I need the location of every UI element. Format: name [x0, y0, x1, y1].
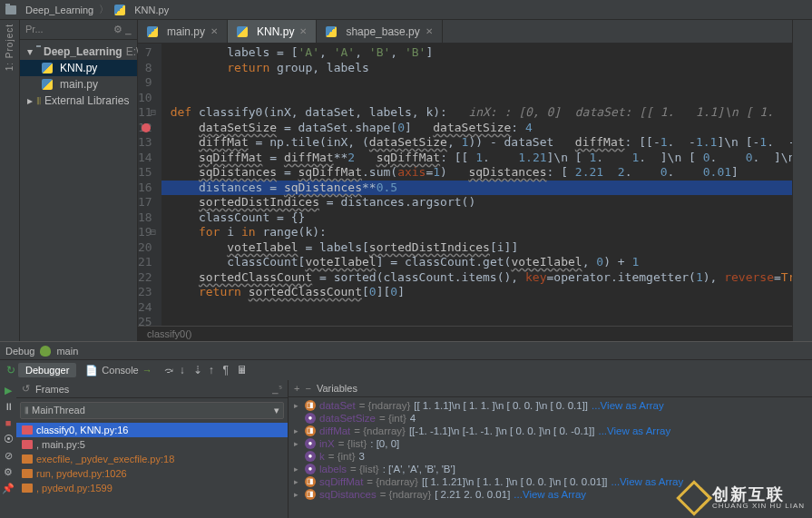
var-type-icon: ◨	[305, 489, 316, 500]
code-line[interactable]: voteIlabel = labels[sortedDistIndices[i]…	[161, 240, 792, 256]
python-file-icon	[114, 5, 125, 15]
code-line[interactable]: classCount[voteIlabel] = classCount.get(…	[161, 255, 792, 270]
code-line[interactable]: def classify0(inX, dataSet, labels, k): …	[161, 105, 792, 121]
sidebar-header[interactable]: Pr... ⚙ ⎯	[20, 20, 137, 40]
expand-icon[interactable]: ▸	[294, 426, 301, 435]
code-line[interactable]	[161, 300, 792, 316]
expand-icon[interactable]: ▸	[294, 439, 301, 448]
frame-icon	[22, 484, 33, 493]
variable-row[interactable]: ▸◨ dataSet = {ndarray} [[ 1. 1.1]\n [ 1.…	[289, 399, 812, 412]
variable-row[interactable]: ● dataSetSize = {int} 4	[289, 412, 812, 425]
stack-frame[interactable]: classify0, KNN.py:16	[16, 423, 288, 437]
project-tool-label[interactable]: 1: Project	[5, 24, 15, 71]
step-over-icon[interactable]: ⤼	[161, 364, 174, 376]
close-icon[interactable]: ✕	[210, 26, 218, 36]
step-out-icon[interactable]: ↑	[205, 364, 218, 376]
restore-icon[interactable]: ↺	[22, 383, 30, 395]
console-tab[interactable]: 📄Console→	[78, 363, 159, 378]
expand-icon[interactable]: ▸	[294, 464, 301, 474]
var-type-icon: ●	[305, 464, 316, 474]
code-line[interactable]	[161, 315, 792, 326]
code-line[interactable]	[161, 91, 792, 106]
view-as-array-link[interactable]: ...View as Array	[598, 425, 670, 436]
fold-icon[interactable]: ⊟	[151, 225, 156, 240]
tree-external-libs[interactable]: ▸ ⫴ External Libraries	[20, 93, 137, 109]
remove-watch-icon[interactable]: −	[305, 383, 310, 394]
code-line[interactable]: sqDiffMat = diffMat**2 sqDiffMat: [[ 1. …	[161, 151, 792, 166]
variable-row[interactable]: ▸◨ sqDistances = {ndarray} [ 2.21 2. 0. …	[289, 488, 812, 501]
variable-row[interactable]: ▸● inX = {list} : [0, 0]	[289, 437, 812, 450]
frame-icon	[22, 469, 33, 478]
stack-frame[interactable]: execfile, _pydev_execfile.py:18	[16, 452, 288, 466]
gear-icon[interactable]: ⚙ ⎯	[113, 24, 132, 35]
collapse-icon[interactable]: ⎯ˢ	[272, 383, 282, 395]
code-line[interactable]: return sortedClassCount[0][0]	[161, 285, 792, 300]
add-watch-icon[interactable]: +	[294, 383, 299, 394]
debugger-tab[interactable]: Debugger	[18, 363, 76, 377]
evaluate-icon[interactable]: 🖩	[234, 364, 247, 376]
code-line[interactable]	[161, 75, 792, 91]
code-line[interactable]: distances = sqDistances**0.5	[161, 181, 792, 196]
gutter[interactable]: 7891011⊟1213141516171819⊟20212223242526	[138, 44, 161, 326]
debug-header[interactable]: Debug main	[0, 342, 812, 360]
pin-icon[interactable]: 📌	[2, 482, 15, 494]
mute-breakpoints-icon[interactable]: ⊘	[2, 449, 15, 462]
code-line[interactable]: dataSetSize = dataSet.shape[0] dataSetSi…	[161, 121, 792, 136]
project-tree[interactable]: ▾ Deep_Learning E:\P KNN.py main.py ▸ ⫴ …	[20, 40, 137, 112]
code-line[interactable]: return group, labels	[161, 61, 792, 76]
code-line[interactable]: classCount = {}	[161, 210, 792, 226]
code-line[interactable]: for i in range(k):	[161, 225, 792, 240]
variable-row[interactable]: ▸◨ sqDiffMat = {ndarray} [[ 1. 1.21]\n […	[289, 475, 812, 488]
view-breakpoints-icon[interactable]: ⦿	[2, 433, 15, 445]
step-into-icon[interactable]: ↓	[176, 364, 189, 376]
thread-selector[interactable]: ⫴ MainThread ▾	[20, 402, 284, 419]
rerun-icon[interactable]: ↻	[4, 364, 16, 376]
resume-icon[interactable]: ▶	[2, 384, 15, 396]
expand-icon[interactable]: ▸	[294, 477, 301, 486]
force-step-into-icon[interactable]: ⇣	[191, 364, 203, 376]
editor-tabs[interactable]: main.py✕KNN.py✕shape_base.py✕	[138, 20, 792, 44]
expand-icon[interactable]: ▸	[294, 401, 301, 410]
code-line[interactable]: sortedClassCount = sorted(classCount.ite…	[161, 270, 792, 286]
code-line[interactable]: diffMat = np.tile(inX, (dataSetSize, 1))…	[161, 135, 792, 151]
debug-tabbar: ↻ Debugger 📄Console→ ⤼ ↓ ⇣ ↑ ¶ 🖩	[0, 360, 812, 380]
stack-frame[interactable]: run, pydevd.py:1026	[16, 466, 288, 481]
stack-frame[interactable]: , pydevd.py:1599	[16, 481, 288, 495]
variable-row[interactable]: ● k = {int} 3	[289, 450, 812, 463]
tree-file-main[interactable]: main.py	[20, 76, 137, 93]
view-as-array-link[interactable]: ...View as Array	[592, 400, 664, 411]
close-icon[interactable]: ✕	[426, 26, 433, 36]
editor-tab[interactable]: main.py✕	[138, 20, 228, 43]
run-to-cursor-icon[interactable]: ¶	[220, 364, 232, 376]
chevron-down-icon: ▾	[274, 405, 279, 416]
folder-icon	[5, 5, 16, 15]
context-function-label: classify0()	[138, 326, 792, 341]
tree-root[interactable]: ▾ Deep_Learning E:\P	[20, 44, 137, 60]
editor-tab[interactable]: KNN.py✕	[228, 20, 317, 43]
variable-row[interactable]: ▸◨ diffMat = {ndarray} [[-1. -1.1]\n [-1…	[289, 425, 812, 437]
breadcrumb-project[interactable]: Deep_Learning	[25, 5, 93, 15]
frame-icon	[22, 454, 33, 464]
breadcrumb-file[interactable]: KNN.py	[134, 5, 169, 15]
code-line[interactable]: labels = ['A', 'A', 'B', 'B']	[161, 45, 792, 61]
code-editor[interactable]: labels = ['A', 'A', 'B', 'B'] return gro…	[161, 44, 792, 326]
view-as-array-link[interactable]: ...View as Array	[514, 489, 586, 500]
fold-icon[interactable]: ⊟	[151, 105, 156, 121]
variable-row[interactable]: ▸● labels = {list} : ['A', 'A', 'B', 'B'…	[289, 463, 812, 475]
settings-icon[interactable]: ⚙	[2, 465, 15, 478]
code-line[interactable]: sqDistances = sqDiffMat.sum(axis=1) sqDi…	[161, 165, 792, 181]
close-icon[interactable]: ✕	[299, 26, 307, 36]
tree-file-knn[interactable]: KNN.py	[20, 60, 137, 76]
view-as-array-link[interactable]: ...View as Array	[611, 476, 684, 487]
stop-icon[interactable]: ■	[2, 416, 15, 429]
stack-frame[interactable]: , main.py:5	[16, 437, 288, 452]
arrow-right-icon: →	[142, 365, 152, 376]
code-line[interactable]: sortedDistIndices = distances.argsort()	[161, 195, 792, 210]
frame-list[interactable]: classify0, KNN.py:16, main.py:5execfile,…	[16, 423, 288, 518]
breakpoint-icon[interactable]	[142, 123, 151, 132]
editor-tab[interactable]: shape_base.py✕	[317, 20, 442, 43]
pause-icon[interactable]: ⏸	[2, 400, 15, 413]
thread-icon: ⫴	[24, 405, 29, 415]
expand-icon[interactable]: ▸	[294, 490, 301, 499]
variable-list[interactable]: ▸◨ dataSet = {ndarray} [[ 1. 1.1]\n [ 1.…	[289, 397, 812, 518]
